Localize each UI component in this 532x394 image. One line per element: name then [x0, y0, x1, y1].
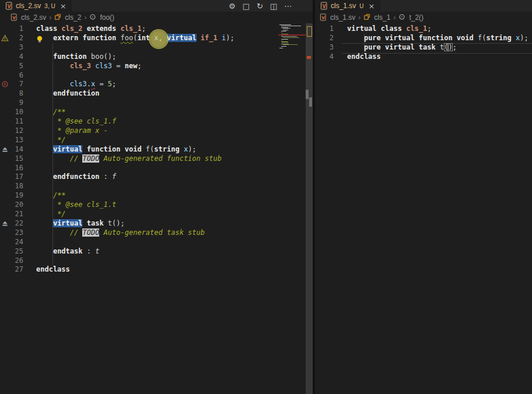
code-line[interactable]: 4 function boo();	[0, 52, 313, 62]
settings-gear-icon[interactable]: ⚙	[229, 2, 236, 10]
code-token	[36, 228, 70, 237]
tab-cls-2-sv[interactable]: V cls_2.sv 3, U ×	[0, 0, 72, 12]
code-line[interactable]: 19 /**	[0, 191, 313, 200]
code-line[interactable]: 4endclass	[315, 52, 532, 62]
code-line[interactable]: 23 // TODO Auto-generated task stub	[0, 228, 313, 238]
sv-file-icon: V	[5, 2, 13, 10]
code-line[interactable]: 26	[0, 256, 313, 266]
code-token	[197, 34, 201, 42]
code-token: /**	[53, 108, 66, 116]
code-line[interactable]: 15 // TODO Auto-generated function stub	[0, 154, 313, 164]
code-token	[36, 247, 53, 255]
code-token: TODO	[82, 228, 99, 237]
code-token: );	[226, 34, 234, 42]
chevron-right-icon: ›	[84, 13, 86, 22]
code-line[interactable]: 24	[0, 238, 313, 247]
code-token: extern function	[53, 34, 121, 42]
code-line[interactable]: 13 */	[0, 136, 313, 145]
tab-label: cls_1.sv	[331, 2, 356, 10]
code-token: ;	[453, 43, 457, 51]
code-token: string	[486, 34, 511, 42]
code-token: pure virtual function void	[364, 34, 478, 42]
sv-file-icon: V	[320, 13, 327, 22]
tab-status-badge: 3, U	[44, 3, 55, 9]
line-number: 7	[0, 80, 23, 89]
code-line[interactable]: 5 cls_3 cls3 = new;	[0, 62, 313, 71]
sv-file-icon: V	[320, 2, 328, 10]
code-text: endclass	[36, 265, 70, 275]
code-line[interactable]: 3 pure virtual task t();	[315, 43, 532, 52]
code-token	[36, 80, 70, 88]
code-line[interactable]: 22 virtual task t();	[0, 219, 313, 228]
line-number: 19	[0, 191, 23, 200]
code-line[interactable]: 17 endfunction : f	[0, 173, 313, 182]
code-token	[36, 108, 53, 116]
code-token: */	[57, 136, 65, 144]
code-text: // TODO Auto-generated task stub	[36, 228, 205, 238]
code-line[interactable]: 25 endtask : t	[0, 247, 313, 256]
code-line[interactable]: 8 endfunction	[0, 89, 313, 98]
code-text: cls3.x = 5;	[36, 80, 116, 89]
code-token: /**	[53, 191, 66, 199]
code-text: virtual task t();	[36, 219, 125, 228]
code-line[interactable]: 21 */	[0, 210, 313, 219]
code-token: endfunction	[53, 89, 99, 97]
more-actions-icon[interactable]: ⋯	[284, 2, 292, 10]
line-number: 16	[0, 164, 23, 173]
code-token: */	[57, 210, 65, 218]
breadcrumb: V cls_1.sv › cls_1 › t_2()	[315, 12, 532, 23]
code-line[interactable]: 10 /**	[0, 108, 313, 117]
sync-icon[interactable]: ↻	[257, 2, 263, 10]
code-token	[347, 34, 364, 42]
code-token	[36, 210, 57, 218]
code-line[interactable]: 3	[0, 43, 313, 52]
code-line[interactable]: 14 virtual function void f(string x);	[0, 145, 313, 154]
line-number: 1	[0, 24, 23, 34]
code-token: f	[112, 173, 116, 181]
breadcrumb-file[interactable]: cls_2.sv	[21, 13, 46, 22]
code-line[interactable]: 27endclass	[0, 265, 313, 275]
code-line[interactable]: 18	[0, 182, 313, 191]
right-code-editor[interactable]: 1virtual class cls_1;2 pure virtual func…	[315, 23, 532, 394]
code-token: =	[95, 80, 108, 88]
breadcrumb-file[interactable]: cls_1.sv	[330, 13, 355, 22]
line-number: 2	[315, 34, 334, 43]
code-token: );	[188, 145, 196, 153]
code-line[interactable]: 2 pure virtual function void f(string x)…	[315, 34, 532, 43]
code-token: endtask	[53, 247, 83, 255]
breadcrumb-member[interactable]: t_2()	[409, 13, 424, 22]
split-editor-icon[interactable]: ◫	[270, 2, 277, 10]
code-text: function boo();	[36, 52, 116, 62]
code-line[interactable]: 6	[0, 71, 313, 80]
code-token: cls3	[70, 80, 87, 88]
code-line[interactable]: 16	[0, 164, 313, 173]
class-symbol-icon	[363, 13, 371, 22]
breadcrumb-class[interactable]: cls_1	[374, 13, 390, 22]
sv-file-icon: V	[10, 13, 18, 22]
code-line[interactable]: 20 * @see cls_1.t	[0, 200, 313, 210]
code-line[interactable]: 12 * @param x -	[0, 126, 313, 136]
close-icon[interactable]: ×	[60, 2, 66, 10]
line-number: 8	[0, 89, 23, 98]
breadcrumb-member[interactable]: foo()	[100, 13, 114, 22]
code-line[interactable]: 2 extern function foo(int x, virtual if_…	[0, 34, 313, 43]
line-number: 22	[0, 219, 23, 228]
line-number: 18	[0, 182, 23, 191]
code-token: f(	[478, 34, 486, 42]
code-line[interactable]: 9	[0, 98, 313, 108]
code-line[interactable]: 1class cls_2 extends cls_1;	[0, 24, 313, 34]
editor-actions: ⚙□↻◫⋯	[229, 0, 292, 12]
stop-square-icon[interactable]: □	[243, 2, 250, 10]
code-line[interactable]: 1virtual class cls_1;	[315, 24, 532, 34]
tab-cls-1-sv[interactable]: V cls_1.sv U ×	[315, 0, 380, 12]
code-token: task	[82, 219, 107, 227]
code-token: endclass	[36, 265, 70, 273]
code-token: virtual	[167, 34, 197, 42]
line-number: 26	[0, 256, 23, 266]
code-line[interactable]: 7 cls3.x = 5;	[0, 80, 313, 89]
close-icon[interactable]: ×	[369, 2, 375, 10]
left-code-editor[interactable]: 1class cls_2 extends cls_1;2 extern func…	[0, 23, 313, 394]
code-line[interactable]: 11 * @see cls_1.f	[0, 117, 313, 126]
code-text: pure virtual function void f(string x);	[347, 34, 528, 43]
breadcrumb-class[interactable]: cls_2	[65, 13, 81, 22]
